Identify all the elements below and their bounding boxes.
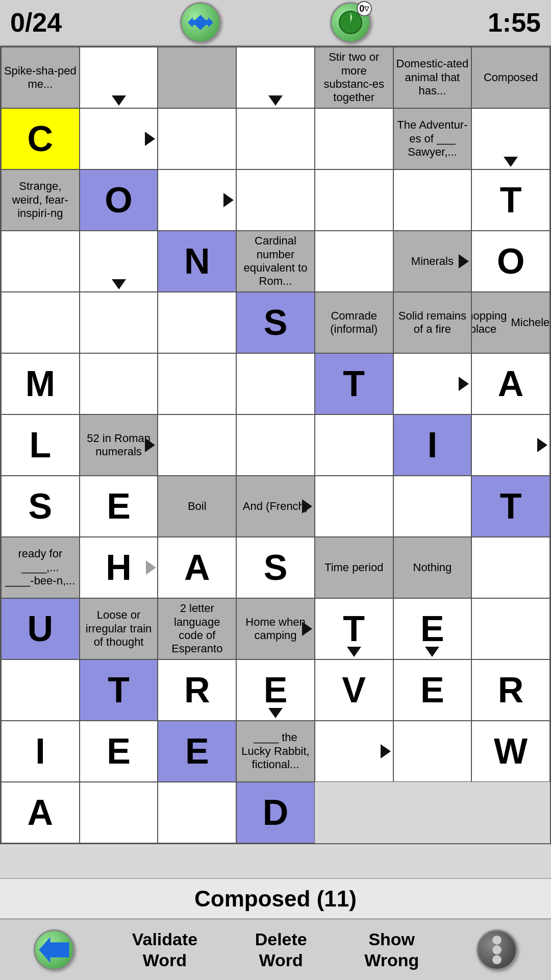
cell-3-4[interactable] (1, 292, 80, 353)
cell-1-6[interactable]: Strange, weird, fear-inspiri-ng (1, 169, 80, 231)
cell-0-0[interactable]: Spike-sha-ped me... (1, 47, 80, 108)
cell-2-5[interactable] (1, 231, 80, 292)
cell-5-0[interactable] (393, 353, 472, 414)
cell-8-4[interactable]: E (393, 598, 472, 659)
cell-9-0[interactable]: R (158, 659, 236, 721)
cell-10-2[interactable] (393, 721, 472, 782)
arrow-right-icon (381, 744, 391, 758)
cell-8-2[interactable]: Home when camping (236, 598, 315, 659)
cell-5-2[interactable]: L (1, 414, 80, 476)
cell-9-1[interactable]: E (236, 659, 315, 721)
cell-8-5[interactable] (471, 598, 550, 659)
cell-2-2[interactable] (315, 169, 393, 231)
cell-6-4[interactable]: And (French) (236, 476, 315, 537)
cell-10-6[interactable] (158, 782, 236, 843)
settings-button[interactable] (477, 929, 517, 970)
cell-7-1[interactable]: H (80, 537, 158, 598)
cell-10-7[interactable]: D (236, 782, 315, 843)
cell-4-1[interactable]: Solid remains of a fire (393, 292, 472, 353)
cell-0-6[interactable]: Composed (471, 47, 550, 108)
cell-10-4[interactable]: A (1, 782, 80, 843)
cell-9-5[interactable]: I (1, 721, 80, 782)
cell-1-7[interactable]: O (80, 169, 158, 231)
cell-7-4[interactable]: Time period (315, 537, 393, 598)
arrow-down-icon (504, 157, 518, 167)
cell-1-1[interactable] (158, 108, 236, 169)
cell-6-6[interactable] (393, 476, 472, 537)
cell-10-5[interactable] (80, 782, 158, 843)
cell-3-6[interactable] (158, 292, 236, 353)
cell-3-2[interactable]: Minerals (393, 231, 472, 292)
cell-0-1[interactable] (80, 47, 158, 108)
cell-2-6[interactable] (80, 231, 158, 292)
cell-0-5[interactable]: Domestic-ated animal that has... (393, 47, 472, 108)
cell-8-6[interactable] (1, 659, 80, 721)
cell-3-0[interactable]: Cardinal number equivalent to Rom... (236, 231, 315, 292)
cell-4-7[interactable]: T (315, 353, 393, 414)
cell-4-5[interactable] (158, 353, 236, 414)
cell-0-7[interactable]: C (1, 108, 80, 169)
cell-2-4[interactable]: T (471, 169, 550, 231)
cell-9-7[interactable]: E (158, 721, 236, 782)
cell-7-7[interactable]: U (1, 598, 80, 659)
cell-2-3[interactable] (393, 169, 472, 231)
cell-4-6[interactable] (236, 353, 315, 414)
svg-point-5 (492, 936, 502, 945)
cell-7-0[interactable]: ready for ____,...____-bee-n,... (1, 537, 80, 598)
cell-8-1[interactable]: 2 letter language code of Esperanto (158, 598, 236, 659)
cell-6-3[interactable]: Boil (158, 476, 236, 537)
swap-button[interactable] (180, 2, 221, 43)
cell-9-4[interactable]: R (471, 659, 550, 721)
cell-0-3[interactable] (236, 47, 315, 108)
cell-10-0[interactable]: ____ the Lucky Rabbit, fictional... (236, 721, 315, 782)
cell-6-5[interactable] (315, 476, 393, 537)
arrow-right-icon (302, 499, 312, 513)
validate-word-button[interactable]: Validate Word (132, 929, 198, 971)
cell-5-5[interactable] (236, 414, 315, 476)
cell-2-7[interactable]: N (158, 231, 236, 292)
cell-3-7[interactable]: S (236, 292, 315, 353)
cell-1-0[interactable] (80, 108, 158, 169)
cell-9-6[interactable]: E (80, 721, 158, 782)
cell-3-3[interactable]: O (471, 231, 550, 292)
cell-0-4[interactable]: Stir two or more substanc-es together (315, 47, 393, 108)
cell-6-0[interactable] (471, 414, 550, 476)
cell-6-2[interactable]: E (80, 476, 158, 537)
cell-2-0[interactable] (158, 169, 236, 231)
cell-1-2[interactable] (236, 108, 315, 169)
cell-1-4[interactable]: The Adventur-es of ___ Sawyer,... (393, 108, 472, 169)
arrow-down-icon (112, 95, 126, 106)
cell-7-5[interactable]: Nothing (393, 537, 472, 598)
cell-1-3[interactable] (315, 108, 393, 169)
cell-5-1[interactable]: A (471, 353, 550, 414)
cell-10-1[interactable] (315, 721, 393, 782)
cell-3-1[interactable] (315, 231, 393, 292)
cell-6-7[interactable]: T (471, 476, 550, 537)
cell-5-6[interactable] (315, 414, 393, 476)
cell-4-2[interactable]: Shopping placeMichele,... (471, 292, 550, 353)
cell-3-5[interactable] (80, 292, 158, 353)
cell-4-0[interactable]: Comrade (informal) (315, 292, 393, 353)
cell-1-5[interactable] (471, 108, 550, 169)
delete-word-button[interactable]: Delete Word (255, 929, 307, 971)
cell-5-4[interactable] (158, 414, 236, 476)
cell-8-3[interactable]: T (315, 598, 393, 659)
back-button[interactable] (34, 929, 74, 970)
cell-9-3[interactable]: E (393, 659, 472, 721)
cell-8-7[interactable]: T (80, 659, 158, 721)
cell-4-4[interactable] (80, 353, 158, 414)
status-bar: Composed (11) (0, 878, 551, 919)
cell-7-3[interactable]: S (236, 537, 315, 598)
cell-9-2[interactable]: V (315, 659, 393, 721)
hint-button[interactable]: 0 ▽ (330, 2, 371, 43)
cell-7-6[interactable] (471, 537, 550, 598)
cell-5-3[interactable]: 52 in Roman numerals (80, 414, 158, 476)
cell-6-1[interactable]: S (1, 476, 80, 537)
cell-5-7[interactable]: I (393, 414, 472, 476)
cell-2-1[interactable] (236, 169, 315, 231)
cell-8-0[interactable]: Loose or irregular train of thought (80, 598, 158, 659)
show-wrong-button[interactable]: Show Wrong (364, 929, 419, 971)
cell-7-2[interactable]: A (158, 537, 236, 598)
cell-4-3[interactable]: M (1, 353, 80, 414)
cell-10-3[interactable]: W (471, 721, 550, 782)
